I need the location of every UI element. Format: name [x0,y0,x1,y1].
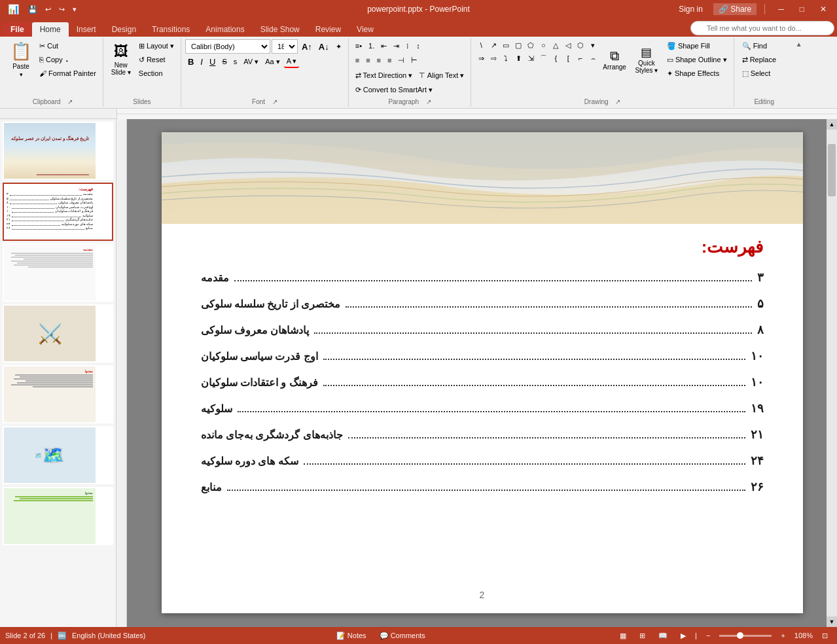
close-button[interactable]: ✕ [815,3,832,15]
collapse-ribbon-button[interactable]: ▲ [794,39,804,49]
redo-button[interactable]: ↪ [56,4,67,15]
align-text-button[interactable]: ⊤ Align Text ▾ [416,69,467,82]
clear-format-button[interactable]: ✦ [333,40,344,53]
toc-item-0[interactable]: ۳ مقدمه [201,270,764,285]
format-painter-button[interactable]: 🖌 Format Painter [37,67,99,80]
line-spacing-button[interactable]: ↕ [414,39,423,52]
find-button[interactable]: 🔍Find [738,39,791,52]
slide-thumb-7[interactable]: 7 محتوا [3,487,113,545]
text-direction-button[interactable]: ⇄ Text Direction ▾ [353,69,416,82]
tab-review[interactable]: Review [308,22,349,37]
shape-oval[interactable]: ○ [537,39,549,51]
replace-button[interactable]: ⇄Replace [738,53,791,66]
cut-button[interactable]: ✂ Cut [37,39,99,52]
shape-darrow[interactable]: ⇲ [525,52,537,64]
copy-button[interactable]: ⎘ Copy ▾ [37,53,99,66]
shape-barrow[interactable]: ⤵ [500,52,512,64]
shape-rtriangle[interactable]: ◁ [562,39,574,51]
tab-file[interactable]: File [3,22,32,37]
shape-curve[interactable]: ⌒ [537,52,549,64]
normal-view-button[interactable]: ▦ [616,630,630,641]
decrease-font-button[interactable]: A↓ [316,40,332,53]
font-color-button[interactable]: A ▾ [284,55,300,68]
shape-rect[interactable]: ▭ [500,39,512,51]
shape-arc[interactable]: ⌢ [587,52,599,64]
minimize-button[interactable]: ─ [773,3,789,15]
tab-animations[interactable]: Animations [198,22,252,37]
toc-item-8[interactable]: ۲۶ منابع [201,480,764,494]
increase-font-button[interactable]: A↑ [299,40,315,53]
toc-item-7[interactable]: ۲۴ سکه های دوره سلوکیه [201,454,764,468]
slide-thumb-1[interactable]: 1 تاریخ فرهنگ و تمدن ایران در عصر سلوکه [3,122,113,180]
reset-button[interactable]: ↺ Reset [136,53,177,66]
slide-thumb-5[interactable]: 5 محتوا [3,365,113,423]
tab-transitions[interactable]: Transitions [144,22,198,37]
underline-button[interactable]: U [207,55,218,68]
font-family-select[interactable]: Calibri (Body) [185,39,270,54]
shape-outline-button[interactable]: ▭ Shape Outline ▾ [664,53,730,66]
font-size-select[interactable]: 18 [272,39,298,54]
first-line-indent-button[interactable]: ⊣ [395,54,407,67]
layout-button[interactable]: ⊞ Layout ▾ [136,39,177,52]
scroll-thumb[interactable] [828,144,836,196]
slide-sorter-button[interactable]: ⊞ [635,630,649,641]
shadow-button[interactable]: s [231,55,240,68]
indent-decrease-button[interactable]: ⇤ [378,39,389,52]
comments-button[interactable]: 💬 Comments [376,630,429,641]
bold-button[interactable]: B [185,55,196,68]
shape-connect[interactable]: ⌐ [575,52,586,64]
quick-styles-button[interactable]: ▤ QuickStyles ▾ [630,39,663,80]
slide-thumb-6[interactable]: 6 🗺️ 🗺️ [3,426,113,484]
vertical-scrollbar[interactable]: ▲ ▼ [827,119,837,627]
toc-item-2[interactable]: ۸ پادشاهان معروف سلوکی [201,323,764,337]
shape-snip[interactable]: ⬠ [525,39,537,51]
save-button[interactable]: 💾 [26,4,40,15]
slide-thumb-2[interactable]: 2 فهرست: مقدمه۳ مختصری از تاریخ سلسله سل… [3,183,113,241]
shape-arrow3[interactable]: ⇨ [488,52,499,64]
tab-insert[interactable]: Insert [69,22,104,37]
slide-title[interactable]: فهرست: [201,237,764,257]
slide-editor-scroll[interactable]: فهرست: ۳ مقدمه ۵ مختصری از تاریخ سلسله س… [116,119,837,627]
shape-rrect[interactable]: ▢ [512,39,524,51]
align-center-button[interactable]: ≡ [363,54,372,67]
shape-effects-button[interactable]: ✦ Shape Effects [664,67,730,80]
toc-item-4[interactable]: ۱۰ فرهنگ و اعتقادات سلوکیان [201,375,764,389]
proofing-icon[interactable]: 🔤 [58,632,67,640]
italic-button[interactable]: I [198,55,205,68]
slide-thumb-4[interactable]: 4 ⚔️ [3,304,113,363]
undo-button[interactable]: ↩ [43,4,54,15]
tab-home[interactable]: Home [32,22,69,37]
tab-slideshow[interactable]: Slide Show [253,22,308,37]
new-slide-button[interactable]: 🖼 NewSlide ▾ [107,39,135,80]
shape-line[interactable]: \ [475,39,487,51]
convert-smartart-button[interactable]: ⟳ Convert to SmartArt ▾ [353,83,435,96]
toc-item-3[interactable]: ۱۰ اوج قدرت سیاسی سلوکیان [201,349,764,363]
shape-more[interactable]: ▾ [587,39,599,51]
shape-bracket[interactable]: [ [562,52,574,64]
shape-arrow2[interactable]: ⇒ [475,52,487,64]
align-right-button[interactable]: ≡ [374,54,383,67]
reading-view-button[interactable]: 📖 [654,630,671,641]
font-case-button[interactable]: Aa ▾ [262,55,283,68]
restore-button[interactable]: □ [794,3,810,15]
justify-button[interactable]: ≡ [385,54,394,67]
section-button[interactable]: Section [136,67,177,80]
notes-button[interactable]: 📝 Notes [332,630,370,641]
tab-view[interactable]: View [349,22,382,37]
numbering-button[interactable]: 1. [366,39,377,52]
zoom-out-button[interactable]: − [702,630,714,641]
search-ribbon-input[interactable] [690,21,834,35]
shape-triangle[interactable]: △ [550,39,561,51]
fit-to-window-button[interactable]: ⊡ [818,630,832,641]
scroll-down-arrow[interactable]: ▼ [827,617,837,627]
signin-button[interactable]: Sign in [673,3,708,15]
shape-brace[interactable]: { [550,52,561,64]
shape-uarrow[interactable]: ⬆ [512,52,524,64]
select-button[interactable]: ⬚Select [738,67,791,80]
slideshow-button[interactable]: ▶ [677,630,690,641]
zoom-slider[interactable] [719,635,772,637]
scroll-up-arrow[interactable]: ▲ [827,119,837,130]
shape-arrow[interactable]: ↗ [488,39,499,51]
zoom-in-button[interactable]: + [777,630,789,641]
bullets-button[interactable]: ≡• [353,39,365,52]
